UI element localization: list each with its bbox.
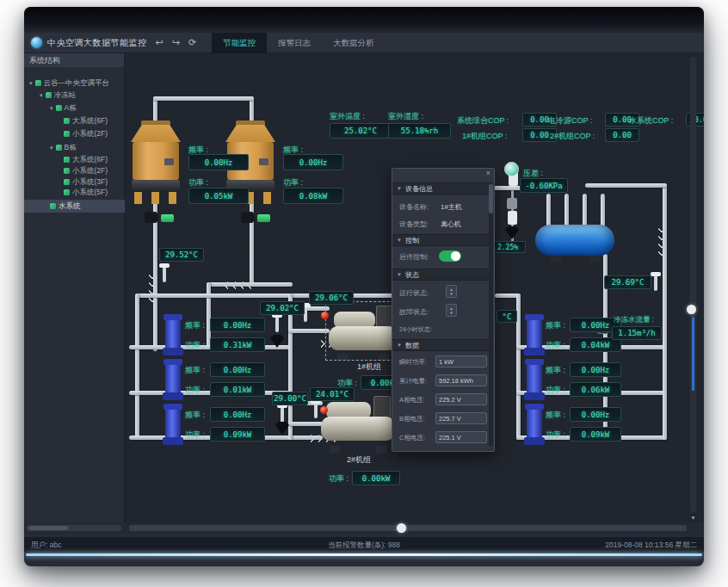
tree-item[interactable]: 小系统(2F) [64, 128, 108, 139]
node-icon [64, 118, 70, 124]
caret-down-icon[interactable]: ▾ [29, 80, 33, 87]
hmi-canvas: 频率 : 0.00Hz 功率 : 0.05kW 频率 : 0.00Hz 功率 :… [125, 53, 704, 522]
chiller-2[interactable] [321, 396, 395, 448]
bottom-glow-strip [26, 553, 702, 556]
app-title: 中央空调大数据节能监控 [47, 37, 147, 49]
temp-probe-icon[interactable] [275, 317, 279, 332]
caret-down-icon[interactable]: ▾ [40, 92, 43, 99]
tower2-freq-readout: 0.00Hz [283, 154, 343, 170]
chiller2-name: 2#机组 [331, 454, 386, 466]
value-field[interactable]: 225.1 V [435, 431, 487, 443]
cooling-tower-1[interactable] [129, 120, 182, 215]
pump[interactable] [527, 406, 542, 442]
value-field[interactable]: 592.18 kWh [435, 374, 487, 386]
temp-readout: 24.01°C [310, 387, 355, 401]
pump-power-readout: 0.09kW [570, 427, 621, 442]
node-icon [64, 157, 70, 163]
field-label: A相电压: [399, 396, 425, 405]
section-control[interactable]: ▼ 控制 [392, 234, 489, 246]
canvas-hscrollbar-thumb[interactable] [397, 523, 406, 533]
vertical-scrollbar-range[interactable] [692, 317, 694, 391]
tower2-power-readout: 0.08kW [283, 188, 343, 204]
stepper[interactable]: ▲ ▼ [446, 285, 457, 298]
freq-label: 频率 : [546, 320, 565, 331]
power-label: 功率 : [185, 429, 205, 441]
section-label: 状态 [405, 270, 419, 280]
valve[interactable] [145, 212, 157, 223]
cop-chiller2-label: 2#机组COP : [550, 131, 595, 142]
temp-probe-icon[interactable] [281, 407, 284, 423]
section-caret-icon: ▼ [397, 238, 402, 243]
tab-energy-monitor[interactable]: 节能监控 [212, 33, 267, 53]
pressure-sensor-icon[interactable] [504, 162, 519, 176]
temp-probe-icon[interactable] [314, 403, 318, 418]
tree-item-label: B栋 [65, 143, 77, 153]
pump-freq-readout: 0.00Hz [570, 362, 621, 377]
outdoor-temp-readout: 25.02°C [330, 123, 392, 139]
close-icon[interactable]: × [486, 169, 490, 177]
stepper[interactable]: ▲ ▼ [446, 304, 457, 317]
tree-item[interactable]: 大系统(6F) [64, 115, 108, 127]
pump[interactable] [165, 406, 181, 442]
tree-item-building-b[interactable]: ▾ B栋 [50, 142, 77, 153]
vertical-scrollbar[interactable] [690, 57, 696, 513]
tree-item-label: 云谷—中央空调平台 [44, 78, 110, 89]
pump[interactable] [527, 317, 542, 353]
freq-label: 频率 : [185, 410, 205, 421]
tree-item[interactable]: 小系统(5F) [64, 187, 108, 198]
water-collector-tank[interactable] [535, 225, 614, 256]
pump-freq-readout: 0.00Hz [210, 407, 265, 422]
section-data[interactable]: ▼ 数据 [392, 339, 489, 351]
pipe [288, 422, 323, 426]
sidebar: 系统结构 ▾ 云谷—中央空调平台 ▾ 冷冻站 ▾ A栋 大系统(6F) [24, 53, 125, 522]
valve[interactable] [275, 422, 289, 435]
valve[interactable] [241, 212, 254, 223]
popup-scrollbar[interactable] [489, 182, 493, 447]
value-field[interactable]: 225.2 V [435, 393, 487, 405]
section-label: 数据 [405, 341, 419, 350]
tab-bigdata-analysis[interactable]: 大数据分析 [322, 33, 386, 53]
tree-item-root[interactable]: ▾ 云谷—中央空调平台 [29, 77, 109, 89]
pump-power-readout: 0.09kW [210, 427, 265, 442]
valve[interactable] [505, 226, 519, 239]
value-field[interactable]: 1 kW [435, 355, 487, 368]
status-datetime: 2019-08-08 10:13:56 星期二 [605, 541, 697, 551]
sidebar-hscrollbar[interactable] [27, 525, 121, 531]
sensor-fitting [508, 211, 517, 225]
tree-item-building-a[interactable]: ▾ A栋 [50, 102, 77, 114]
temp-probe-icon[interactable] [163, 267, 166, 282]
canvas-hscrollbar[interactable] [129, 525, 687, 531]
tree-item[interactable]: 大系统(6F) [64, 154, 108, 165]
sidebar-title: 系统结构 [24, 53, 124, 67]
node-icon [56, 145, 62, 151]
section-status[interactable]: ▼ 状态 [392, 269, 489, 281]
scroll-down-icon[interactable]: ▼ [690, 515, 696, 521]
temp-probe-icon[interactable] [654, 275, 657, 291]
caret-down-icon[interactable]: ▾ [50, 145, 53, 151]
stepper-down-icon[interactable]: ▼ [449, 311, 453, 315]
field-label: C相电压: [399, 434, 425, 442]
start-stop-toggle[interactable] [439, 250, 461, 262]
tree-item-water-system[interactable]: 水系统 [24, 200, 125, 213]
pump[interactable] [165, 317, 181, 353]
vertical-scrollbar-thumb[interactable] [687, 305, 696, 314]
pump[interactable] [527, 361, 542, 398]
caret-down-icon[interactable]: ▾ [50, 105, 53, 112]
cop-chiller2-readout: 0.00 [605, 128, 639, 142]
freq-label: 频率 : [185, 365, 205, 376]
tree-item-station[interactable]: ▾ 冷冻站 [40, 90, 76, 101]
refresh-icon[interactable]: ⟳ [188, 37, 196, 48]
field-label: 故障状态: [399, 307, 429, 317]
st epper-down-icon[interactable]: ▼ [449, 292, 453, 296]
tab-alarm-log[interactable]: 报警日志 [267, 33, 322, 53]
pump[interactable] [165, 361, 181, 398]
toolbar: 中央空调大数据节能监控 ↩ ↪ ⟳ 节能监控 报警日志 大数据分析 [24, 33, 704, 53]
back-icon[interactable]: ↩ [156, 37, 163, 48]
pump-freq-readout: 0.00Hz [570, 407, 621, 422]
section-device-info[interactable]: ▼ 设备信息 [392, 182, 489, 195]
tree-item-label: 小系统(5F) [72, 188, 108, 198]
pipe [583, 194, 587, 226]
tree-item[interactable]: 小系统(2F) [64, 165, 108, 176]
value-field[interactable]: 225.7 V [435, 412, 487, 424]
forward-icon[interactable]: ↪ [172, 37, 180, 48]
